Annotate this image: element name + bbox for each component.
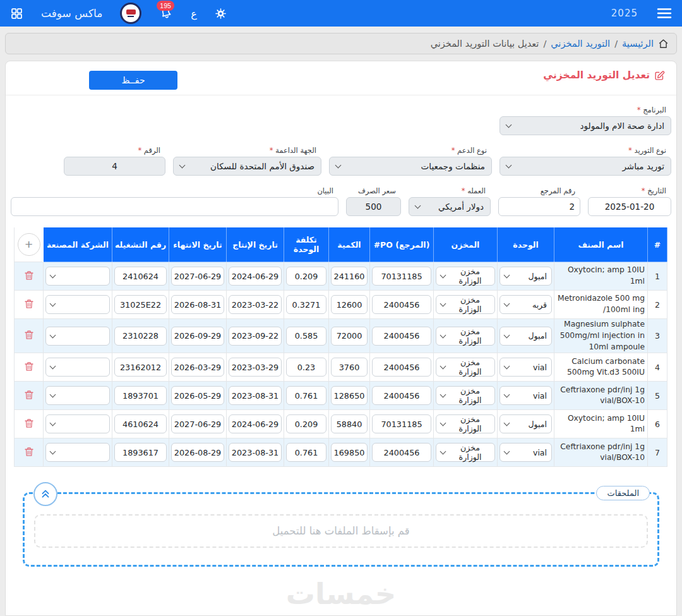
unit-cost-input[interactable] <box>286 358 326 377</box>
manufacturer-select[interactable] <box>45 386 110 405</box>
table-row: 1 Oxytocin; amp 10IU 1ml امبول مخزن الوز… <box>15 262 667 291</box>
date-input[interactable] <box>588 197 671 216</box>
number-input[interactable] <box>64 157 165 176</box>
language-switch[interactable]: ع <box>191 8 197 20</box>
unit-select[interactable]: vial <box>500 443 552 462</box>
exchange-rate-input[interactable] <box>346 197 401 216</box>
warehouse-select[interactable]: مخزن الوزارة <box>436 267 495 286</box>
manufacturer-select[interactable] <box>45 267 110 286</box>
po-reference-input[interactable] <box>372 295 431 314</box>
quantity-input[interactable] <box>331 443 368 462</box>
col-batch-number: رقم التشغيله <box>112 227 169 262</box>
delete-row-button[interactable] <box>22 296 36 313</box>
unit-select[interactable]: امبول <box>500 327 552 346</box>
save-button[interactable]: حفــظ <box>89 71 177 90</box>
unit-select[interactable]: امبول <box>500 267 552 286</box>
app-logo[interactable] <box>120 3 141 24</box>
delete-row-button[interactable] <box>22 416 36 433</box>
quantity-input[interactable] <box>331 267 368 286</box>
unit-select[interactable]: vial <box>500 386 552 405</box>
program-select[interactable]: ادارة صحة الام والمولود <box>500 116 671 135</box>
manufacturer-select[interactable] <box>45 295 110 314</box>
production-date-input[interactable] <box>229 327 282 346</box>
notifications-bell-icon[interactable]: 195 <box>159 6 173 20</box>
batch-number-input[interactable] <box>114 327 167 346</box>
statement-input[interactable] <box>11 197 338 216</box>
manufacturer-select[interactable] <box>45 443 110 462</box>
warehouse-select[interactable]: مخزن الوزارة <box>436 386 495 405</box>
unit-select[interactable]: امبول <box>500 414 552 433</box>
unit-cost-input[interactable] <box>286 267 326 286</box>
col-warehouse: المخزن <box>434 227 498 262</box>
warehouse-select[interactable]: مخزن الوزارة <box>436 443 495 462</box>
support-type-select[interactable]: منظمات وجمعيات <box>329 157 492 176</box>
manufacturer-select[interactable] <box>45 327 110 346</box>
expiry-date-input[interactable] <box>171 267 224 286</box>
expiry-date-input[interactable] <box>171 327 224 346</box>
warehouse-select[interactable]: مخزن الوزارة <box>436 327 495 346</box>
warehouse-select[interactable]: مخزن الوزارة <box>436 414 495 433</box>
breadcrumb-home-link[interactable]: الرئيسية <box>622 39 654 49</box>
batch-number-input[interactable] <box>114 414 167 433</box>
expiry-date-input[interactable] <box>171 358 224 377</box>
delete-row-button[interactable] <box>22 327 36 344</box>
supply-type-select[interactable]: توريد مباشر <box>500 157 671 176</box>
production-date-input[interactable] <box>229 386 282 405</box>
unit-cost-input[interactable] <box>286 295 326 314</box>
delete-row-button[interactable] <box>22 268 36 285</box>
unit-cost-input[interactable] <box>286 327 326 346</box>
warehouse-select[interactable]: مخزن الوزارة <box>436 295 495 314</box>
po-reference-input[interactable] <box>372 443 431 462</box>
warehouse-value: مخزن الوزارة <box>450 267 490 286</box>
hamburger-menu-icon[interactable] <box>657 8 672 19</box>
batch-number-input[interactable] <box>114 267 167 286</box>
currency-select[interactable]: دولار أمريكي <box>409 197 491 216</box>
reference-number-input[interactable] <box>498 197 580 216</box>
expiry-date-input[interactable] <box>171 414 224 433</box>
unit-select[interactable]: قربه <box>500 295 552 314</box>
po-reference-input[interactable] <box>372 327 431 346</box>
production-date-input[interactable] <box>229 358 282 377</box>
production-date-input[interactable] <box>229 267 282 286</box>
po-reference-input[interactable] <box>372 358 431 377</box>
expiry-date-input[interactable] <box>171 386 224 405</box>
quantity-input[interactable] <box>331 414 368 433</box>
settings-gear-icon[interactable] <box>215 8 227 20</box>
breadcrumb-parent-link[interactable]: التوريد المخزني <box>551 39 610 49</box>
batch-number-input[interactable] <box>114 443 167 462</box>
add-row-button[interactable]: + <box>18 233 40 256</box>
production-date-input[interactable] <box>229 295 282 314</box>
expiry-date-input[interactable] <box>171 443 224 462</box>
unit-cost-input[interactable] <box>286 386 326 405</box>
file-dropzone[interactable]: قم بإسقاط الملفات هنا للتحميل <box>34 514 648 548</box>
batch-number-input[interactable] <box>114 295 167 314</box>
quantity-input[interactable] <box>331 358 368 377</box>
manufacturer-select[interactable] <box>45 358 110 377</box>
quantity-input[interactable] <box>331 386 368 405</box>
collapse-attachments-button[interactable] <box>33 482 57 506</box>
items-table-wrapper: # اسم الصنف الوحدة المخزن #PO (المرجع) ا… <box>15 227 667 467</box>
unit-select[interactable]: vial <box>500 358 552 377</box>
manufacturer-select[interactable] <box>45 414 110 433</box>
expiry-date-input[interactable] <box>171 295 224 314</box>
apps-grid-icon[interactable] <box>10 7 23 20</box>
row-number: 6 <box>648 410 667 438</box>
fiscal-year-label[interactable]: 2025 <box>611 8 638 19</box>
quantity-input[interactable] <box>331 295 368 314</box>
quantity-input[interactable] <box>331 327 368 346</box>
unit-cost-input[interactable] <box>286 443 326 462</box>
warehouse-select[interactable]: مخزن الوزارة <box>436 358 495 377</box>
batch-number-input[interactable] <box>114 358 167 377</box>
batch-number-input[interactable] <box>114 386 167 405</box>
po-reference-input[interactable] <box>372 386 431 405</box>
production-date-input[interactable] <box>229 443 282 462</box>
row-number: 1 <box>648 262 667 291</box>
delete-row-button[interactable] <box>22 359 36 376</box>
po-reference-input[interactable] <box>372 267 431 286</box>
production-date-input[interactable] <box>229 414 282 433</box>
delete-row-button[interactable] <box>22 444 36 461</box>
po-reference-input[interactable] <box>372 414 431 433</box>
unit-cost-input[interactable] <box>286 414 326 433</box>
donor-select[interactable]: صندوق الأمم المتحدة للسكان <box>173 157 321 176</box>
delete-row-button[interactable] <box>22 387 36 404</box>
